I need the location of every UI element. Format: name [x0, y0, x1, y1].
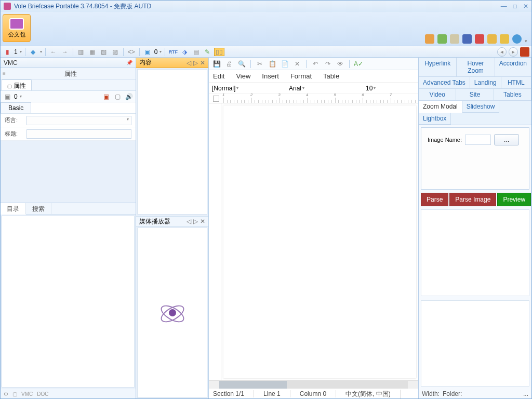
basic-tab[interactable]: Basic [1, 102, 31, 113]
tool-icon-2[interactable]: ▦ [88, 48, 97, 56]
parse-button[interactable]: Parse [421, 193, 448, 206]
item-icon[interactable]: ▣ [3, 92, 12, 101]
catalog-body[interactable] [2, 216, 135, 388]
undo-icon[interactable]: ↶ [311, 60, 320, 68]
language-select[interactable]: ▾ [26, 116, 131, 125]
properties-tab[interactable]: ▢ 属性 [2, 79, 32, 90]
tree-icon[interactable] [437, 34, 447, 44]
print-icon[interactable]: 🖨 [224, 60, 234, 68]
clock-icon[interactable] [500, 34, 509, 44]
copy-icon[interactable]: 📋 [268, 60, 277, 68]
tab-accordion[interactable]: Accordion [495, 58, 531, 77]
parse-image-button[interactable]: Parse Image [449, 193, 496, 206]
size-select[interactable]: 10 [366, 85, 387, 92]
code-icon[interactable]: <> [127, 48, 136, 56]
key-icon[interactable] [487, 34, 497, 44]
tool-icon-5[interactable]: ▤ [191, 48, 201, 56]
rtf-icon[interactable]: RTF [168, 48, 178, 56]
powerpoint-icon[interactable] [520, 47, 529, 57]
right-area-2[interactable] [421, 300, 529, 387]
preview-button[interactable]: Preview [497, 193, 531, 206]
tab-site[interactable]: Site [456, 89, 494, 101]
forward-icon[interactable]: → [60, 48, 70, 56]
chart-icon[interactable]: ▮ [3, 48, 12, 56]
right-area-1[interactable] [421, 209, 529, 296]
editor-page[interactable] [223, 105, 416, 378]
image-name-input[interactable] [465, 135, 491, 145]
tab-hyperlink[interactable]: Hyperlink [419, 58, 457, 77]
item-count: 0 [14, 93, 18, 100]
app-icon [4, 3, 11, 10]
sound-icon[interactable]: 🔊 [124, 92, 134, 101]
tab-slideshow[interactable]: Slideshow [462, 101, 500, 113]
nav-forward-button[interactable]: ► [509, 47, 518, 57]
next-icon[interactable]: ▷ [193, 59, 198, 66]
palette-icon[interactable] [425, 34, 434, 44]
font-select[interactable]: Arial [289, 85, 362, 92]
media-close-icon[interactable]: ✕ [200, 218, 205, 225]
redo-icon[interactable]: ↷ [323, 60, 332, 68]
browse-button[interactable]: ... [494, 134, 519, 145]
tab-html[interactable]: HTML [501, 77, 531, 89]
status-line: Line 1 [263, 390, 290, 397]
title-input[interactable] [26, 129, 131, 139]
cut-icon[interactable]: ✂ [255, 60, 264, 68]
flag-icon[interactable] [475, 34, 484, 44]
footer-icon-1[interactable]: ⚙ [4, 391, 8, 397]
close-button[interactable]: ✕ [523, 3, 528, 10]
maximize-button[interactable]: □ [513, 3, 517, 10]
menu-insert[interactable]: Insert [262, 72, 279, 80]
delete-icon[interactable]: ✕ [292, 60, 302, 68]
back-icon[interactable]: ← [49, 48, 58, 56]
screen-icon[interactable]: ▢ [113, 92, 122, 101]
tab-zoommodal[interactable]: Zoom Modal [419, 101, 462, 113]
footer-vmc[interactable]: VMC [21, 391, 33, 397]
content-body[interactable] [137, 69, 207, 215]
tool-icon-3[interactable]: ▧ [99, 48, 109, 56]
footer-icon-2[interactable]: ▢ [12, 391, 17, 397]
info-icon[interactable] [512, 34, 522, 44]
tab-landing[interactable]: Landing [470, 77, 501, 89]
menu-edit[interactable]: Edit [213, 72, 224, 80]
pin-icon[interactable]: 📌 [126, 60, 132, 65]
highway-icon[interactable] [462, 34, 472, 44]
media-next-icon[interactable]: ▷ [193, 218, 198, 225]
tab-video[interactable]: Video [419, 89, 456, 101]
media-title: 媒体播放器 [139, 217, 170, 226]
book-icon[interactable] [450, 34, 459, 44]
tab-advtabs[interactable]: Advanced Tabs [419, 77, 470, 89]
tags-icon[interactable]: ⬗ [180, 48, 189, 56]
tool-icon-4[interactable]: ▨ [111, 48, 120, 56]
nav-back-button[interactable]: ◄ [497, 47, 507, 57]
stack-icon[interactable]: ◆ [29, 48, 38, 56]
footer-doc[interactable]: DOC [37, 391, 48, 397]
tab-tables[interactable]: Tables [494, 89, 531, 101]
menu-table[interactable]: Table [323, 72, 339, 80]
save-icon[interactable]: 💾 [212, 60, 221, 68]
style-select[interactable]: [Normal] [212, 85, 285, 92]
more-button[interactable]: ... [523, 390, 528, 397]
prev-icon[interactable]: ◁ [187, 59, 191, 66]
dropdown-icon[interactable]: ▾ [525, 38, 527, 44]
menu-view[interactable]: View [236, 72, 250, 80]
menu-format[interactable]: Format [290, 72, 312, 80]
ppt-icon[interactable]: ▣ [101, 92, 111, 101]
paste-icon[interactable]: 📄 [280, 60, 289, 68]
find-icon[interactable]: 👁 [336, 60, 345, 68]
tab-hoverzoom[interactable]: Hover Zoom [457, 58, 495, 77]
briefcase-button[interactable]: 公文包 [3, 14, 31, 42]
folder-icon[interactable]: ▣ [143, 48, 152, 56]
search-tab[interactable]: 搜索 [26, 203, 51, 214]
close-panel-icon[interactable]: ✕ [200, 59, 205, 66]
horizontal-scrollbar[interactable] [209, 380, 418, 389]
tool-icon-1[interactable]: ▥ [76, 48, 86, 56]
check-icon[interactable]: A✓ [354, 60, 363, 68]
window-title: Vole Briefcase Portable 3.74.8054 - 免费版 … [14, 2, 151, 11]
wand-icon[interactable]: ✎ [203, 48, 212, 56]
catalog-tab[interactable]: 目录 [1, 203, 26, 215]
layout-icon[interactable]: ▯▯ [214, 48, 224, 56]
media-prev-icon[interactable]: ◁ [187, 218, 191, 225]
minimize-button[interactable]: — [501, 3, 507, 10]
zoom-icon[interactable]: 🔍 [237, 60, 246, 68]
tab-lightbox[interactable]: Lightbox [419, 113, 451, 125]
